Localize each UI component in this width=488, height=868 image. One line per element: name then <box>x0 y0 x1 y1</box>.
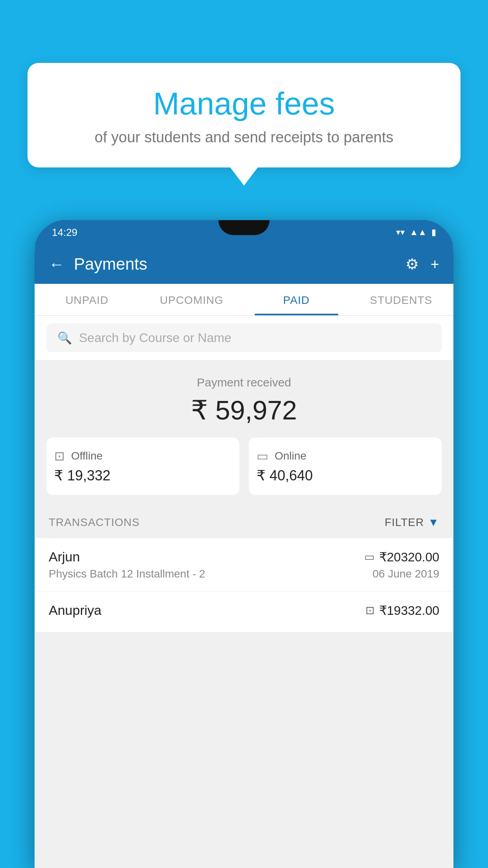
payment-received-label: Payment received <box>46 376 442 389</box>
app-bar-actions: ⚙ + <box>405 256 439 273</box>
offline-icon: ⊡ <box>54 449 65 463</box>
settings-icon[interactable]: ⚙ <box>405 256 419 273</box>
status-time: 14:29 <box>52 226 77 239</box>
online-card: ▭ Online ₹ 40,640 <box>249 438 442 495</box>
back-button[interactable]: ← <box>49 256 64 273</box>
search-input-wrapper[interactable]: 🔍 Search by Course or Name <box>46 324 442 352</box>
transaction-amount-value: ₹20320.00 <box>379 550 439 565</box>
transactions-header: TRANSACTIONS FILTER ▼ <box>35 507 453 538</box>
offline-card-header: ⊡ Offline <box>54 449 231 463</box>
transaction-amount: ⊡ ₹19332.00 <box>365 603 439 618</box>
search-placeholder: Search by Course or Name <box>79 331 231 345</box>
transaction-row2: Physics Batch 12 Installment - 2 06 June… <box>49 568 439 580</box>
search-icon: 🔍 <box>57 331 72 345</box>
transaction-name: Anupriya <box>49 603 101 618</box>
filter-button[interactable]: FILTER ▼ <box>385 516 439 529</box>
transaction-date: 06 June 2019 <box>372 568 439 580</box>
filter-icon: ▼ <box>428 516 439 529</box>
tab-students[interactable]: STUDENTS <box>349 284 454 315</box>
online-amount: ₹ 40,640 <box>257 467 434 484</box>
search-bar-container: 🔍 Search by Course or Name <box>35 316 453 360</box>
phone-frame: 14:29 ▾▾ ▲▲ ▮ ← Payments ⚙ + UNPAID UPCO… <box>35 220 453 868</box>
bubble-subtitle: of your students and send receipts to pa… <box>47 129 441 146</box>
transaction-item[interactable]: Arjun ▭ ₹20320.00 Physics Batch 12 Insta… <box>35 538 453 592</box>
phone-notch <box>218 220 270 235</box>
card-payment-icon: ▭ <box>364 550 374 563</box>
app-bar-title: Payments <box>74 255 396 274</box>
transaction-amount-value: ₹19332.00 <box>379 603 439 618</box>
online-label: Online <box>275 450 306 462</box>
filter-label: FILTER <box>385 516 424 529</box>
online-card-header: ▭ Online <box>257 449 434 463</box>
signal-icon: ▲▲ <box>409 227 427 237</box>
add-icon[interactable]: + <box>431 256 439 273</box>
tab-paid[interactable]: PAID <box>244 284 349 315</box>
payment-cards: ⊡ Offline ₹ 19,332 ▭ Online ₹ 40,640 <box>46 438 442 495</box>
transaction-name: Arjun <box>49 549 80 565</box>
transaction-item[interactable]: Anupriya ⊡ ₹19332.00 <box>35 592 453 633</box>
transactions-section-label: TRANSACTIONS <box>49 516 139 529</box>
app-bar: ← Payments ⚙ + <box>35 245 453 284</box>
transaction-amount: ▭ ₹20320.00 <box>364 550 439 565</box>
transaction-row1: Anupriya ⊡ ₹19332.00 <box>49 603 439 618</box>
transaction-list: Arjun ▭ ₹20320.00 Physics Batch 12 Insta… <box>35 538 453 633</box>
wifi-icon: ▾▾ <box>396 227 405 237</box>
cash-payment-icon: ⊡ <box>365 604 374 617</box>
speech-bubble: Manage fees of your students and send re… <box>28 63 460 167</box>
offline-amount: ₹ 19,332 <box>54 467 231 484</box>
status-icons: ▾▾ ▲▲ ▮ <box>396 227 436 237</box>
online-icon: ▭ <box>257 449 268 463</box>
payment-summary: Payment received ₹ 59,972 ⊡ Offline ₹ 19… <box>35 360 453 507</box>
tab-upcoming[interactable]: UPCOMING <box>139 284 244 315</box>
phone-screen: ← Payments ⚙ + UNPAID UPCOMING PAID STUD… <box>35 245 453 868</box>
bubble-title: Manage fees <box>47 86 441 121</box>
offline-label: Offline <box>71 450 103 462</box>
tab-bar: UNPAID UPCOMING PAID STUDENTS <box>35 284 453 316</box>
tab-unpaid[interactable]: UNPAID <box>35 284 139 315</box>
content-area: 🔍 Search by Course or Name Payment recei… <box>35 316 453 868</box>
payment-total-amount: ₹ 59,972 <box>46 395 442 426</box>
transaction-course: Physics Batch 12 Installment - 2 <box>49 568 205 580</box>
offline-card: ⊡ Offline ₹ 19,332 <box>46 438 239 495</box>
transaction-row1: Arjun ▭ ₹20320.00 <box>49 549 439 565</box>
battery-icon: ▮ <box>431 227 436 237</box>
